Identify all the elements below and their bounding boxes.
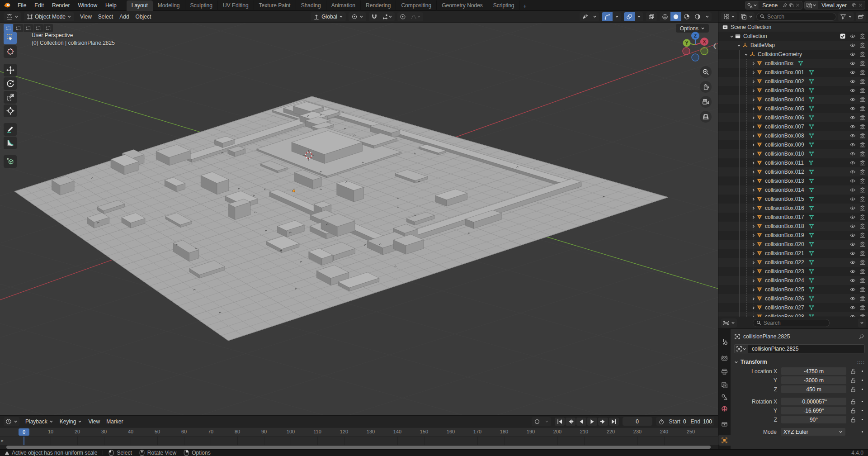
outliner-row-collisionbox-010[interactable]: collisionBox.010 [718, 149, 868, 158]
camera-icon[interactable] [859, 205, 866, 211]
expand-arrow[interactable] [750, 125, 756, 129]
animate-dot-icon[interactable] [860, 399, 865, 404]
eye-icon[interactable] [849, 33, 856, 39]
eye-icon[interactable] [849, 169, 856, 175]
shading-dropdown[interactable] [703, 12, 712, 21]
camera-icon[interactable] [859, 114, 866, 121]
mesh-data-icon[interactable] [797, 60, 804, 66]
item-label[interactable]: collisionBox.023 [765, 268, 804, 275]
timeline-scrollbar[interactable] [0, 445, 718, 449]
camera-icon[interactable] [859, 196, 866, 202]
panel-grip[interactable]: :::: [857, 360, 865, 365]
outliner-row-collisionbox-006[interactable]: collisionBox.006 [718, 113, 868, 122]
jump-to-start-button[interactable] [555, 418, 565, 426]
lock-open-icon[interactable] [850, 408, 856, 414]
tool-annotate[interactable] [4, 123, 17, 136]
mesh-data-icon[interactable] [808, 214, 815, 220]
camera-icon[interactable] [859, 214, 866, 220]
camera-icon[interactable] [859, 96, 866, 103]
next-keyframe-button[interactable] [598, 418, 608, 426]
mesh-data-icon[interactable] [808, 277, 815, 284]
scene-selector[interactable]: Scene [745, 1, 802, 10]
mesh-data-icon[interactable] [808, 133, 815, 139]
item-label[interactable]: CollisionGeometry [758, 51, 802, 57]
snap-toggle[interactable] [369, 12, 380, 21]
expand-arrow[interactable] [750, 134, 756, 138]
current-frame-field[interactable]: 0 [623, 417, 652, 426]
eye-icon[interactable] [849, 178, 856, 184]
gizmo-minus-y-ball[interactable] [701, 48, 708, 55]
scene-browse-button[interactable] [745, 1, 759, 9]
playhead-line[interactable] [24, 437, 24, 445]
properties-tab-tool[interactable] [718, 336, 731, 347]
item-label[interactable]: collisionBox.024 [765, 277, 804, 284]
expand-arrow[interactable] [750, 261, 756, 265]
properties-tab-output[interactable] [718, 366, 731, 377]
camera-icon[interactable] [859, 187, 866, 193]
falloff-dropdown[interactable] [408, 12, 423, 21]
mesh-data-icon[interactable] [808, 196, 815, 202]
mesh-data-icon[interactable] [808, 314, 815, 317]
collapse-arrow[interactable] [728, 34, 735, 38]
mesh-data-icon[interactable] [808, 295, 815, 302]
scrollbar-handle[interactable] [6, 446, 711, 449]
shading-mode-switch[interactable] [660, 12, 712, 21]
lock-open-icon[interactable] [850, 386, 856, 393]
pin-icon[interactable] [859, 333, 865, 340]
lock-open-icon[interactable] [850, 377, 856, 384]
outliner-row-collisionbox-002[interactable]: collisionBox.002 [718, 77, 868, 86]
expand-arrow[interactable] [750, 297, 756, 301]
value-field[interactable]: -16.699° [781, 407, 846, 414]
item-label[interactable]: collisionBox.008 [765, 133, 804, 139]
outliner-row-collisionbox-016[interactable]: collisionBox.016 [718, 204, 868, 213]
expand-arrow[interactable] [750, 188, 756, 192]
outliner-row-collisionbox-027[interactable]: collisionBox.027 [718, 303, 868, 312]
outliner-row-collisionbox-020[interactable]: collisionBox.020 [718, 240, 868, 249]
tool-measure[interactable] [4, 137, 17, 149]
item-label[interactable]: collisionBox.018 [765, 223, 804, 229]
eye-icon[interactable] [849, 268, 856, 275]
camera-view-button[interactable] [700, 96, 712, 108]
visibility-dropdown[interactable] [580, 12, 599, 21]
item-label[interactable]: collisionBox.020 [765, 241, 804, 247]
outliner-row-collisionbox-028[interactable]: collisionBox.028 [718, 312, 868, 317]
expand-arrow[interactable] [750, 215, 756, 219]
timeline-menu-view[interactable]: View [85, 418, 103, 426]
mesh-data-icon[interactable] [808, 69, 815, 76]
play-button[interactable] [587, 418, 597, 426]
item-label[interactable]: collisionBox.010 [765, 151, 804, 157]
item-label[interactable]: collisionBox.011 [765, 160, 804, 166]
mesh-data-icon[interactable] [808, 178, 815, 184]
eye-icon[interactable] [849, 160, 856, 166]
collapse-arrow[interactable] [743, 52, 749, 57]
item-label[interactable]: collisionBox.013 [765, 178, 804, 184]
outliner-row-collisionbox-001[interactable]: collisionBox.001 [718, 68, 868, 77]
mesh-data-icon[interactable] [808, 124, 815, 130]
tool-move[interactable] [4, 64, 17, 76]
outliner-row-collisionbox-013[interactable]: collisionBox.013 [718, 176, 868, 185]
lock-open-icon[interactable] [850, 368, 856, 375]
eye-icon[interactable] [849, 87, 856, 94]
overlays-toggle[interactable] [624, 12, 635, 21]
viewport-scene[interactable] [0, 23, 718, 415]
select-mode-extend[interactable] [14, 24, 23, 32]
expand-arrow[interactable] [750, 116, 756, 120]
properties-search-input[interactable] [764, 320, 826, 326]
timeline-menu-playback[interactable]: Playback [22, 418, 57, 426]
select-mode-subtract[interactable] [24, 24, 33, 32]
outliner-editor-type-button[interactable] [721, 12, 737, 21]
eye-icon[interactable] [849, 42, 856, 48]
item-label[interactable]: collisionBox.002 [765, 78, 804, 85]
camera-icon[interactable] [859, 277, 866, 284]
object-id-button[interactable] [734, 344, 748, 353]
mesh-data-icon[interactable] [808, 250, 815, 256]
properties-tab-render[interactable] [718, 352, 731, 363]
mesh-data-icon[interactable] [808, 187, 815, 193]
mesh-data-icon[interactable] [808, 205, 815, 211]
expand-arrow[interactable] [750, 179, 756, 183]
snap-controls[interactable] [369, 12, 395, 21]
value-field[interactable]: 90° [781, 416, 846, 423]
outliner-row-collisionbox-019[interactable]: collisionBox.019 [718, 231, 868, 240]
eye-icon[interactable] [849, 314, 856, 317]
mesh-data-icon[interactable] [808, 142, 815, 148]
